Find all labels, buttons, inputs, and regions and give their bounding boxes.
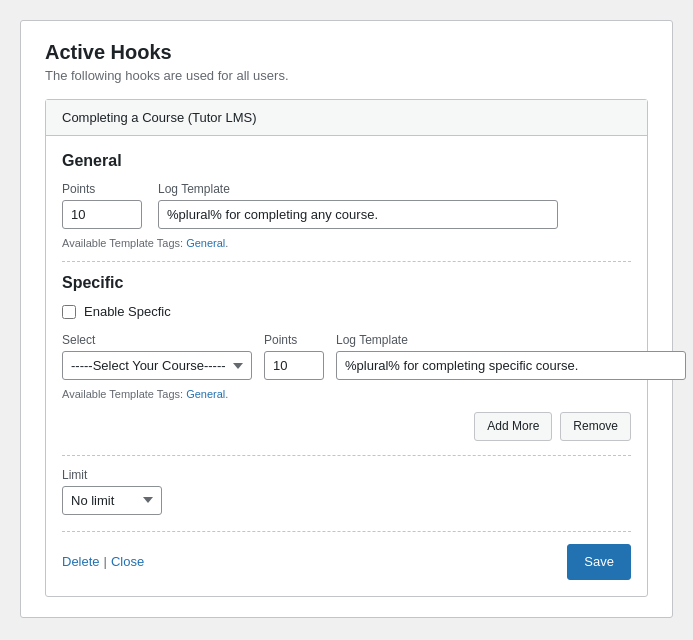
- specific-select-label: Select: [62, 333, 252, 347]
- hook-header: Completing a Course (Tutor LMS): [46, 100, 647, 136]
- specific-course-select[interactable]: -----Select Your Course-----: [62, 351, 252, 380]
- action-buttons-row: Add More Remove: [62, 412, 631, 441]
- specific-divider: [62, 455, 631, 456]
- page-subtitle: The following hooks are used for all use…: [45, 68, 648, 83]
- general-log-template-group: Log Template: [158, 182, 558, 229]
- enable-specific-row: Enable Specfic: [62, 304, 631, 319]
- delete-link[interactable]: Delete: [62, 554, 100, 569]
- specific-log-template-group: Log Template: [336, 333, 686, 380]
- general-points-group: Points: [62, 182, 142, 229]
- specific-log-template-label: Log Template: [336, 333, 686, 347]
- enable-specific-checkbox[interactable]: [62, 305, 76, 319]
- specific-template-tags: Available Template Tags: General.: [62, 388, 631, 400]
- footer-links: Delete | Close: [62, 554, 144, 569]
- specific-template-tags-link[interactable]: General: [186, 388, 225, 400]
- footer-row: Delete | Close Save: [62, 531, 631, 580]
- general-template-tags-text: Available Template Tags:: [62, 237, 183, 249]
- page-title: Active Hooks: [45, 41, 648, 64]
- close-link[interactable]: Close: [111, 554, 144, 569]
- specific-form-row: Select -----Select Your Course----- Poin…: [62, 333, 631, 380]
- hook-section: Completing a Course (Tutor LMS) General …: [45, 99, 648, 597]
- specific-log-template-input[interactable]: [336, 351, 686, 380]
- general-log-template-label: Log Template: [158, 182, 558, 196]
- hook-body: General Points Log Template Available Te…: [46, 136, 647, 596]
- enable-specific-label: Enable Specfic: [84, 304, 171, 319]
- add-more-button[interactable]: Add More: [474, 412, 552, 441]
- remove-button[interactable]: Remove: [560, 412, 631, 441]
- general-section-title: General: [62, 152, 631, 170]
- specific-template-tags-text: Available Template Tags:: [62, 388, 183, 400]
- main-container: Active Hooks The following hooks are use…: [20, 20, 673, 618]
- general-form-row: Points Log Template: [62, 182, 631, 229]
- specific-points-input[interactable]: [264, 351, 324, 380]
- specific-section: Specific Enable Specfic Select -----Sele…: [62, 274, 631, 441]
- general-divider: [62, 261, 631, 262]
- footer-separator: |: [104, 554, 107, 569]
- specific-section-title: Specific: [62, 274, 631, 292]
- specific-select-group: Select -----Select Your Course-----: [62, 333, 252, 380]
- limit-label: Limit: [62, 468, 631, 482]
- general-template-tags: Available Template Tags: General.: [62, 237, 631, 249]
- general-log-template-input[interactable]: [158, 200, 558, 229]
- general-section: General Points Log Template Available Te…: [62, 152, 631, 249]
- specific-points-label: Points: [264, 333, 324, 347]
- specific-points-group: Points: [264, 333, 324, 380]
- general-points-label: Points: [62, 182, 142, 196]
- general-template-tags-link[interactable]: General: [186, 237, 225, 249]
- limit-section: Limit No limit Once Twice 3 times 5 time…: [62, 468, 631, 515]
- save-button[interactable]: Save: [567, 544, 631, 580]
- general-points-input[interactable]: [62, 200, 142, 229]
- limit-select[interactable]: No limit Once Twice 3 times 5 times 10 t…: [62, 486, 162, 515]
